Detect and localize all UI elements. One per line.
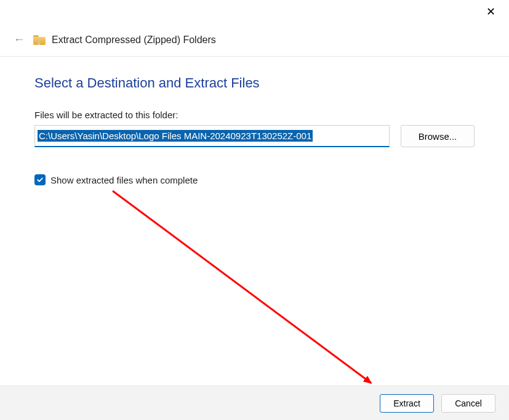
page-title: Select a Destination and Extract Files [34,75,475,91]
browse-button[interactable]: Browse... [401,125,475,147]
back-arrow-icon[interactable]: ← [11,32,27,47]
titlebar: ✕ [0,0,509,26]
content-area: Select a Destination and Extract Files F… [0,57,509,185]
destination-path-input[interactable]: C:\Users\Yasin\Desktop\Logo Files MAIN-2… [34,125,390,147]
close-icon[interactable]: ✕ [481,4,500,20]
destination-row: C:\Users\Yasin\Desktop\Logo Files MAIN-2… [34,125,475,147]
cancel-button[interactable]: Cancel [441,394,495,413]
destination-path-value: C:\Users\Yasin\Desktop\Logo Files MAIN-2… [38,130,313,142]
extract-button[interactable]: Extract [380,394,434,413]
zipped-folder-icon [33,35,46,45]
show-files-checkbox-label: Show extracted files when complete [50,175,198,185]
show-files-checkbox[interactable] [34,174,46,185]
dialog-footer: Extract Cancel [0,386,509,420]
svg-line-0 [113,191,371,383]
window-title: Extract Compressed (Zipped) Folders [52,34,216,46]
checkmark-icon [36,176,44,184]
wizard-header: ← Extract Compressed (Zipped) Folders [0,26,509,56]
destination-label: Files will be extracted to this folder: [34,110,475,120]
show-files-checkbox-row: Show extracted files when complete [34,174,475,185]
